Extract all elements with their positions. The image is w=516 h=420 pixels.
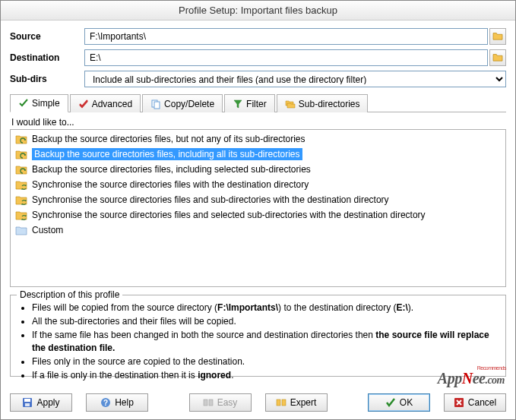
description-list: Files will be copied from the source dir…: [18, 302, 498, 381]
subdirs-select[interactable]: Include all sub-directories and their fi…: [84, 71, 506, 87]
advanced-icon: [78, 99, 89, 109]
description-group: Description of this profile Files will b…: [10, 295, 506, 377]
source-label: Source: [10, 31, 84, 42]
description-item: If a file is only in the destination the…: [32, 369, 498, 381]
cancel-icon: [454, 397, 464, 408]
list-item[interactable]: Backup the source directories files, but…: [12, 131, 504, 147]
title-bar: Profile Setup: Important files backup: [1, 1, 515, 21]
help-icon: ?: [100, 397, 111, 408]
option-text: Synchronise the source directories files…: [32, 194, 389, 205]
tab-label: Copy/Delete: [164, 99, 214, 109]
destination-label: Destination: [10, 52, 84, 63]
tab-advanced[interactable]: Advanced: [70, 94, 141, 112]
filter-icon: [233, 99, 243, 109]
destination-input[interactable]: [84, 49, 488, 66]
option-icon: [15, 178, 27, 191]
save-icon: [22, 397, 33, 408]
check-icon: [18, 98, 29, 109]
tab-copy-delete[interactable]: Copy/Delete: [142, 94, 223, 112]
list-header: I would like to...: [11, 117, 506, 128]
option-text: Backup the source directories files, inc…: [32, 164, 311, 175]
option-text: Synchronise the source directories files…: [32, 210, 426, 220]
list-item[interactable]: Synchronise the source directories files…: [12, 207, 504, 223]
destination-row: Destination: [10, 49, 506, 66]
svg-rect-9: [277, 399, 280, 406]
svg-rect-4: [25, 403, 30, 406]
button-label: Easy: [217, 397, 238, 408]
tab-strip: Simple Advanced Copy/Delete Filter Sub-d…: [10, 93, 506, 112]
option-icon: [15, 148, 27, 160]
svg-rect-7: [204, 399, 207, 406]
tab-label: Simple: [32, 98, 60, 109]
list-item[interactable]: Backup the source directories files, inc…: [12, 147, 504, 162]
cancel-button[interactable]: Cancel: [444, 393, 506, 412]
tab-label: Sub-directories: [299, 99, 360, 109]
tab-sub-directories[interactable]: Sub-directories: [277, 94, 369, 112]
source-input[interactable]: [84, 28, 488, 45]
source-row: Source: [10, 28, 506, 45]
browse-destination-button[interactable]: [489, 49, 506, 66]
expert-icon: [276, 397, 286, 408]
tab-simple[interactable]: Simple: [10, 94, 68, 112]
easy-icon: [203, 397, 214, 408]
option-icon: [15, 133, 27, 145]
ok-button[interactable]: OK: [368, 393, 430, 412]
description-legend: Description of this profile: [17, 289, 122, 300]
description-item: All the sub-directories and their files …: [32, 315, 498, 327]
description-item: Files will be copied from the source dir…: [32, 302, 498, 314]
svg-rect-10: [282, 399, 286, 406]
option-text: Custom: [32, 225, 63, 235]
expert-button[interactable]: Expert: [265, 393, 328, 412]
list-item[interactable]: Synchronise the source directories files…: [12, 192, 504, 207]
description-item: Files only in the source are copied to t…: [32, 355, 498, 368]
button-label: OK: [400, 397, 413, 408]
list-item[interactable]: Backup the source directories files, inc…: [12, 162, 504, 177]
tab-label: Filter: [246, 99, 267, 109]
option-icon: [15, 224, 27, 236]
svg-rect-1: [154, 102, 160, 109]
subdirs-label: Sub-dirs: [10, 74, 84, 84]
option-icon: [15, 194, 27, 206]
subdirs-row: Sub-dirs Include all sub-directories and…: [10, 71, 506, 87]
window-title: Profile Setup: Important files backup: [179, 5, 337, 16]
folder-icon: [492, 52, 503, 64]
folders-icon: [285, 99, 296, 109]
apply-button[interactable]: Apply: [10, 393, 72, 412]
copy-icon: [150, 99, 161, 109]
list-item[interactable]: Synchronise the source directories files…: [12, 177, 504, 192]
list-item[interactable]: Custom: [12, 223, 504, 238]
option-icon: [15, 209, 27, 221]
check-icon: [385, 397, 396, 408]
button-bar: Apply ? Help Easy Expert OK Cancel: [10, 393, 506, 412]
option-text: Backup the source directories files, but…: [32, 134, 305, 144]
svg-rect-8: [209, 399, 213, 406]
options-list: Backup the source directories files, but…: [10, 129, 506, 287]
option-icon: [15, 163, 27, 175]
option-text: Backup the source directories files, inc…: [32, 148, 302, 160]
svg-rect-3: [24, 399, 30, 402]
browse-source-button[interactable]: [489, 28, 506, 45]
help-button[interactable]: ? Help: [86, 393, 148, 412]
button-label: Cancel: [468, 397, 496, 408]
svg-text:?: ?: [103, 399, 108, 407]
tab-filter[interactable]: Filter: [224, 94, 275, 112]
button-label: Help: [115, 397, 134, 408]
folder-icon: [492, 31, 503, 43]
button-label: Expert: [290, 397, 317, 408]
option-text: Synchronise the source directories files…: [32, 179, 309, 190]
description-item: If the same file has been changed in bot…: [32, 329, 498, 353]
button-label: Apply: [36, 397, 59, 408]
tab-label: Advanced: [92, 99, 132, 109]
easy-button: Easy: [189, 393, 252, 412]
